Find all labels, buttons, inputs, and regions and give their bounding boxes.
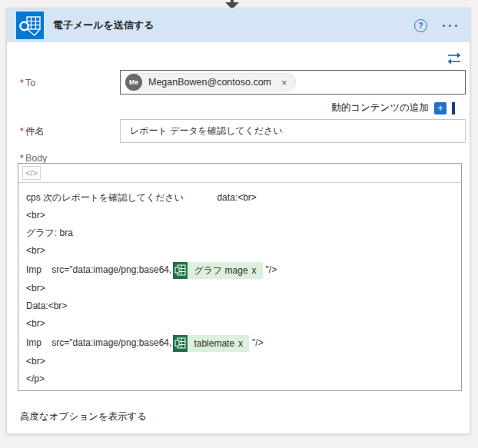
show-advanced-options-link[interactable]: 高度なオプションを表示する	[20, 410, 147, 423]
code-view-icon[interactable]: </>	[22, 166, 41, 180]
add-dynamic-content-button[interactable]: +	[434, 102, 446, 114]
body-line: cps 次のレポートを確認してください data:<br>	[26, 189, 453, 207]
excel-icon	[173, 262, 188, 279]
body-editor[interactable]: </> cps 次のレポートを確認してください data:<br><br>グラフ…	[18, 163, 462, 391]
body-line: グラフ: bra	[26, 224, 453, 242]
to-label-text: To	[25, 78, 35, 88]
token-line-suffix: "/>	[252, 337, 264, 348]
body-label-text: Body	[25, 153, 48, 164]
body-line: <br>	[26, 353, 453, 370]
remove-token-icon[interactable]: x	[238, 334, 243, 353]
required-mark: *	[20, 126, 24, 137]
body-line: <br>	[26, 280, 453, 297]
token-line-prefix: Imp src="data:image/png;base64,	[26, 264, 171, 275]
add-dynamic-content-bar	[452, 102, 455, 114]
switch-input-mode-icon[interactable]	[446, 51, 462, 65]
header-actions: ?	[414, 19, 457, 32]
body-line: Imp src="data:image/png;base64,tablemate…	[26, 333, 453, 353]
subject-value: レポート データを確認してください	[130, 124, 283, 138]
to-input[interactable]: Me MeganBowen@contoso.com ×	[120, 70, 466, 95]
recipient-email: MeganBowen@contoso.com	[148, 77, 271, 88]
token-label: tablemate	[194, 334, 234, 353]
body-line: <br>	[26, 242, 453, 260]
required-mark: *	[20, 153, 24, 164]
dynamic-content-token[interactable]: tablematex	[173, 335, 249, 352]
body-content[interactable]: cps 次のレポートを確認してください data:<br><br>グラフ: br…	[18, 183, 461, 388]
body-line: <br>	[26, 207, 453, 224]
canvas: 電子メールを送信する ? *To Me MeganBowen@contoso	[0, 0, 478, 448]
excel-icon	[173, 335, 188, 352]
recipient-pill[interactable]: Me MeganBowen@contoso.com ×	[124, 73, 296, 91]
recipient-avatar: Me	[125, 74, 142, 91]
subject-input[interactable]: レポート データを確認してください	[120, 119, 466, 143]
required-mark: *	[20, 78, 24, 88]
body-toolbar: </>	[18, 164, 461, 183]
add-dynamic-content-label[interactable]: 動的コンテンツの追加	[331, 101, 429, 114]
body-line: </p>	[26, 370, 453, 388]
subject-label: *件名	[20, 125, 45, 138]
body-line: Data:<br>	[26, 297, 453, 315]
card-header[interactable]: 電子メールを送信する ?	[7, 8, 470, 42]
help-glyph: ?	[418, 22, 423, 30]
dynamic-content-token[interactable]: グラフ magex	[173, 262, 262, 279]
menu-ellipsis-icon[interactable]	[443, 25, 457, 27]
remove-token-icon[interactable]: x	[252, 261, 257, 280]
add-dynamic-content: 動的コンテンツの追加 +	[331, 101, 455, 114]
to-label: *To	[20, 78, 35, 88]
subject-label-text: 件名	[25, 126, 45, 137]
help-icon[interactable]: ?	[414, 19, 427, 32]
body-label: *Body	[20, 153, 47, 164]
token-line-suffix: "/>	[266, 264, 277, 275]
body-line: <br>	[26, 315, 453, 333]
token-label: グラフ mage	[194, 261, 247, 280]
remove-recipient-icon[interactable]: ×	[281, 77, 287, 88]
card-title: 電子メールを送信する	[53, 18, 154, 32]
body-line: Imp src="data:image/png;base64,グラフ magex…	[26, 260, 453, 280]
outlook-icon	[16, 12, 44, 39]
token-line-prefix: Imp src="data:image/png;base64,	[26, 337, 171, 348]
send-email-action-card: 電子メールを送信する ? *To Me MeganBowen@contoso	[6, 8, 470, 434]
